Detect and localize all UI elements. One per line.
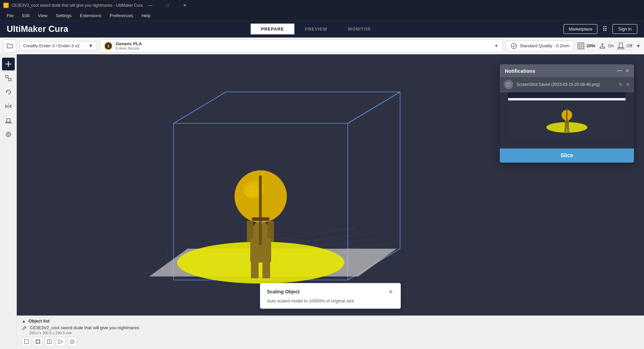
notifications-title: Notifications — [505, 68, 535, 74]
signin-button[interactable]: Sign in — [612, 24, 637, 34]
tab-monitor[interactable]: MONITOR — [338, 23, 381, 35]
object-list-title: Object list — [29, 318, 50, 324]
notifications-menu-icon[interactable]: ≡ — [626, 68, 629, 74]
view-right-button[interactable] — [56, 337, 65, 346]
view-front-button[interactable] — [22, 337, 31, 346]
marketplace-button[interactable]: Marketplace — [564, 24, 597, 34]
object-list-header[interactable]: ▲ Object list — [22, 318, 639, 324]
view-top-button[interactable] — [67, 337, 77, 346]
notifications-minimize-icon[interactable]: — — [617, 68, 623, 74]
object-item: CE3E3V2_cool sword dude that will give y… — [22, 325, 639, 330]
material-name: Generic PLA — [116, 41, 142, 46]
svg-rect-74 — [37, 340, 39, 343]
support-tool-icon — [5, 117, 12, 124]
support-selector[interactable]: On — [599, 42, 614, 50]
svg-rect-28 — [7, 119, 10, 122]
screenshot-icon — [506, 82, 511, 87]
maximize-button[interactable]: □ — [160, 0, 175, 11]
popup-close-button[interactable]: ✕ — [387, 288, 394, 295]
folder-icon — [6, 43, 13, 49]
object-dimensions: 200.0 x 200.0 x 230.9 mm — [29, 331, 639, 335]
notifications-header-icons: — ≡ — [617, 68, 629, 74]
menu-settings[interactable]: Settings — [52, 12, 75, 19]
svg-rect-66 — [259, 176, 262, 245]
popup-header: Scaling Object ✕ — [267, 288, 394, 295]
tab-prepare[interactable]: PREPARE — [251, 23, 294, 35]
svg-rect-68 — [251, 261, 259, 278]
svg-marker-17 — [8, 66, 9, 67]
notifications-panel: Notifications — ≡ ScreenShot Saved (2023… — [500, 64, 634, 163]
svg-rect-89 — [566, 108, 568, 123]
view-back-button[interactable] — [33, 337, 43, 346]
material-dropdown-arrow: ▼ — [494, 44, 498, 48]
svg-marker-16 — [8, 61, 9, 62]
svg-line-38 — [348, 92, 400, 123]
svg-line-71 — [24, 327, 25, 328]
svg-rect-3 — [578, 43, 584, 49]
svg-line-35 — [174, 92, 226, 123]
infill-percent: 20% — [587, 43, 595, 48]
svg-rect-91 — [567, 128, 569, 132]
left-sidebar — [0, 54, 17, 349]
view-top-icon — [69, 339, 75, 344]
menu-edit[interactable]: Edit — [19, 12, 33, 19]
menu-file[interactable]: File — [3, 12, 17, 19]
3d-viewport[interactable]: ▲ Object list CE3E3V2_cool sword dude th… — [17, 54, 644, 349]
menu-extensions[interactable]: Extensions — [76, 12, 105, 19]
main-toolbar: UltiMaker Cura PREPARE PREVIEW MONITOR M… — [0, 21, 644, 38]
apps-icon[interactable]: ⠿ — [602, 25, 607, 33]
menu-view[interactable]: View — [35, 12, 51, 19]
notification-text: ScreenShot Saved (2023-03-15-20-08-40.pn… — [517, 82, 615, 87]
scale-icon — [5, 75, 12, 81]
svg-rect-69 — [262, 261, 270, 278]
slice-button[interactable]: Slice — [500, 149, 634, 163]
svg-rect-85 — [508, 98, 626, 101]
menu-help[interactable]: Help — [138, 12, 154, 19]
adhesion-icon — [617, 42, 625, 50]
adhesion-selector[interactable]: Off ▼ — [617, 42, 641, 50]
notifications-header: Notifications — ≡ — [500, 64, 634, 77]
preview-thumbnail-svg — [500, 92, 634, 139]
minimize-button[interactable]: — — [143, 0, 158, 11]
svg-marker-18 — [5, 63, 7, 65]
object-action-icons — [22, 337, 639, 346]
scale-tool-button[interactable] — [2, 72, 15, 84]
svg-point-81 — [508, 84, 509, 86]
material-info: Generic PLA 0.4mm Nozzle — [116, 41, 142, 50]
mirror-tool-button[interactable] — [2, 100, 15, 113]
svg-rect-72 — [24, 340, 29, 344]
svg-point-2 — [511, 43, 517, 49]
undo-icon — [5, 89, 12, 96]
edit-icon — [22, 325, 27, 330]
printer-selector[interactable]: Creality Ender-3 / Ender-3 v2 ▼ — [19, 41, 97, 50]
notification-close-icon[interactable]: ✕ — [626, 82, 630, 87]
svg-marker-77 — [59, 340, 63, 344]
svg-text:C: C — [5, 4, 7, 7]
tab-preview[interactable]: PREVIEW — [294, 23, 338, 35]
printer-dropdown-arrow: ▼ — [89, 43, 93, 48]
svg-point-30 — [7, 133, 9, 135]
object-name: CE3E3V2_cool sword dude that will give y… — [30, 325, 139, 330]
nav-tabs: PREPARE PREVIEW MONITOR — [251, 23, 381, 35]
notification-edit-icon[interactable]: ✎ — [619, 82, 623, 87]
titlebar: C CE3E3V2_cool sword dude that will give… — [0, 0, 644, 11]
svg-point-70 — [245, 184, 259, 198]
svg-rect-82 — [507, 82, 509, 83]
close-button[interactable]: ✕ — [177, 0, 193, 11]
infill-selector[interactable]: 20% — [577, 42, 595, 50]
quality-selector[interactable]: Standard Quality - 0.2mm — [506, 41, 574, 51]
infill-icon — [577, 42, 585, 50]
move-tool-button[interactable] — [2, 58, 15, 70]
svg-marker-19 — [10, 63, 11, 65]
scaling-object-popup: Scaling Object ✕ Auto scaled model to 10… — [260, 283, 401, 309]
undo-button[interactable] — [2, 86, 15, 99]
material-selector[interactable]: 1 Generic PLA 0.4mm Nozzle ▼ — [100, 39, 503, 52]
menu-preferences[interactable]: Preferences — [106, 12, 137, 19]
plugin-tool-button[interactable] — [2, 128, 15, 141]
support-tool-button[interactable] — [2, 114, 15, 127]
open-folder-button[interactable] — [3, 40, 16, 52]
view-left-button[interactable] — [45, 337, 54, 346]
svg-rect-90 — [565, 128, 567, 132]
svg-point-29 — [6, 132, 11, 137]
svg-point-79 — [71, 341, 73, 342]
